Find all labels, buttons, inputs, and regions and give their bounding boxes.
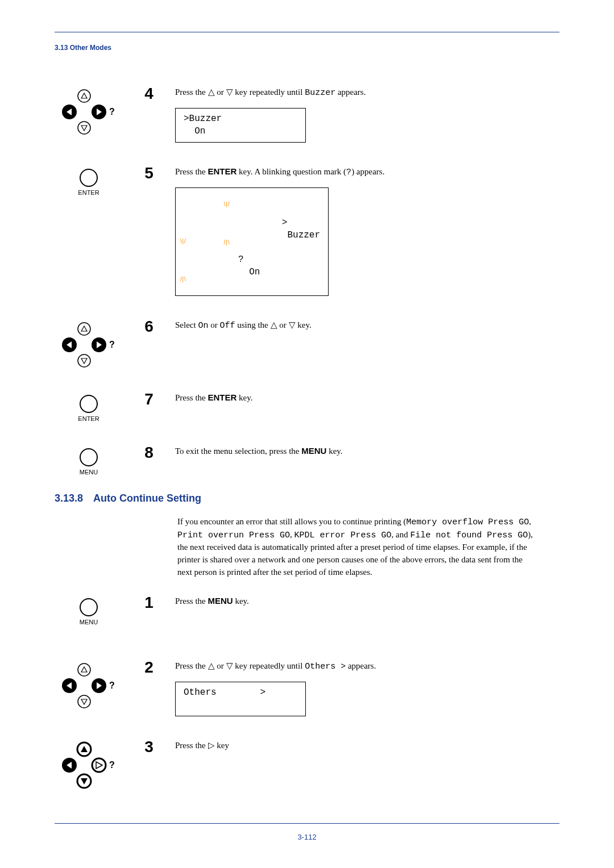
step-body: Press the △ or ▽ key repeatedly until Ot… <box>175 660 559 716</box>
t: Print overrun Press GO <box>177 531 290 540</box>
t: Press the <box>175 393 208 402</box>
svg-marker-36 <box>96 762 102 769</box>
lcd-display: Others > <box>175 682 306 716</box>
triangle-down-icon: ▽ <box>226 660 233 671</box>
step-number: 8 <box>143 445 155 461</box>
menu-key-icon: MENU <box>55 445 123 475</box>
step-body: Press the ENTER key. A blinking question… <box>175 165 559 296</box>
svg-marker-1 <box>81 93 87 98</box>
step-b3: ? 3 Press the ▷ key <box>55 739 559 789</box>
t: , <box>290 530 294 539</box>
step-6: ? 6 Select On or Off using the △ or ▽ ke… <box>55 319 559 369</box>
menu-key-icon: MENU <box>55 595 123 625</box>
step-number: 2 <box>143 660 155 675</box>
t: Press the <box>175 167 208 176</box>
triangle-up-icon: △ <box>208 660 215 671</box>
step-body: Press the ▷ key <box>175 739 559 757</box>
page-footer: 3-112 <box>55 833 559 841</box>
t: key. <box>296 320 312 329</box>
triangle-up-icon: △ <box>271 319 277 331</box>
step-number: 1 <box>143 595 155 611</box>
lcd-display-blink: \ | />/ | \ Buzzer \ | /?/ | \ On <box>175 187 329 296</box>
section-number: 3.13.8 <box>55 493 83 504</box>
t: key. <box>326 446 342 456</box>
t: key. <box>233 596 249 606</box>
svg-text:?: ? <box>109 681 115 690</box>
step-body: Press the MENU key. <box>175 595 559 613</box>
t: key <box>215 741 229 750</box>
t: or <box>208 320 219 329</box>
svg-point-19 <box>80 395 97 412</box>
svg-point-10 <box>78 323 90 335</box>
section-title: Auto Continue Setting <box>93 493 201 504</box>
blink-cursor-icon: \ | /?/ | \ <box>184 242 244 279</box>
t: If you encounter an error that still all… <box>177 517 406 526</box>
svg-marker-39 <box>81 778 88 784</box>
step-body: Select On or Off using the △ or ▽ key. <box>175 319 559 337</box>
t: Press the <box>175 741 208 750</box>
t: KPDL error Press GO <box>294 531 392 540</box>
enter-key-label: ENTER <box>55 189 123 196</box>
dpad-icon: ? <box>55 319 123 369</box>
svg-marker-8 <box>81 126 87 131</box>
t: Off <box>219 321 235 331</box>
step-body: Press the ENTER key. <box>175 391 559 410</box>
triangle-up-icon: △ <box>208 86 215 98</box>
triangle-down-icon: ▽ <box>226 86 233 98</box>
dpad-icon: ? <box>55 86 123 136</box>
svg-point-9 <box>80 169 97 186</box>
svg-marker-23 <box>81 667 87 672</box>
t: Memory overflow Press GO <box>406 518 529 527</box>
t: Press the <box>175 661 208 670</box>
svg-text:?: ? <box>109 340 115 349</box>
svg-point-21 <box>80 599 97 616</box>
svg-point-17 <box>78 354 90 367</box>
enter-key-label: ENTER <box>55 415 123 422</box>
t: On <box>244 267 260 277</box>
step-5: ENTER 5 Press the ENTER key. A blinking … <box>55 165 559 296</box>
t: Press the <box>175 596 208 606</box>
blink-cursor-icon: \ | />/ | \ <box>227 205 288 242</box>
step-b1: MENU 1 Press the MENU key. <box>55 595 559 625</box>
breadcrumb: 3.13 Other Modes <box>55 44 559 52</box>
t: File not found Press GO <box>410 531 528 540</box>
step-number: 4 <box>143 86 155 102</box>
t: , and <box>392 530 410 539</box>
enter-key-icon: ENTER <box>55 165 123 196</box>
step-number: 7 <box>143 391 155 407</box>
t: or <box>215 661 226 670</box>
t: ENTER <box>208 166 237 176</box>
t: , <box>529 517 531 526</box>
t: Press the <box>175 87 208 97</box>
t: ) appears. <box>351 167 384 176</box>
svg-point-20 <box>80 449 97 466</box>
step-number: 5 <box>143 165 155 181</box>
t: ? <box>346 168 351 177</box>
dpad-icon: ? <box>55 660 123 710</box>
t: key. A blinking question mark ( <box>237 167 346 176</box>
t: key. <box>237 393 252 402</box>
t: or <box>277 320 289 329</box>
t: appears. <box>335 87 366 97</box>
svg-point-0 <box>78 90 90 102</box>
svg-marker-18 <box>81 358 87 364</box>
svg-marker-32 <box>81 746 88 752</box>
step-4: ? 4 Press the △ or ▽ key repeatedly unti… <box>55 86 559 143</box>
step-b2: ? 2 Press the △ or ▽ key repeatedly unti… <box>55 660 559 716</box>
t: Others > <box>305 662 346 671</box>
t: Select <box>175 320 198 329</box>
t: Buzzer <box>287 230 320 240</box>
menu-key-label: MENU <box>55 619 123 625</box>
lcd-display: >Buzzer On <box>175 108 306 143</box>
step-8: MENU 8 To exit the menu selection, press… <box>55 445 559 475</box>
step-body: To exit the menu selection, press the ME… <box>175 445 559 463</box>
t: On <box>198 321 208 331</box>
page-content: 3.13 Other Modes ? 4 Press the △ or ▽ ke… <box>0 0 614 868</box>
dpad-bold-icon: ? <box>55 739 123 789</box>
step-number: 6 <box>143 319 155 335</box>
svg-point-29 <box>78 695 90 708</box>
t: To exit the menu selection, press the <box>175 446 301 456</box>
enter-key-icon: ENTER <box>55 391 123 422</box>
svg-point-7 <box>78 122 90 134</box>
triangle-down-icon: ▽ <box>289 319 296 331</box>
